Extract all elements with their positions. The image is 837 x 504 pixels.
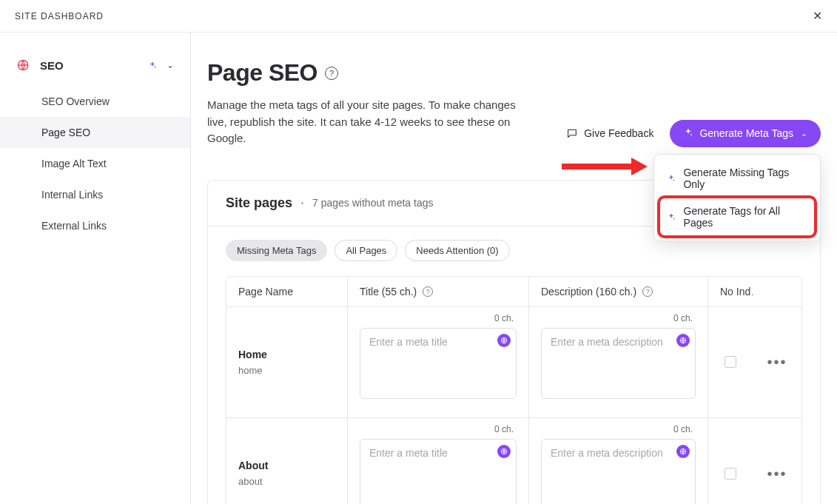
sidebar-item-seo-overview[interactable]: SEO Overview (0, 86, 190, 117)
help-icon[interactable]: ? (325, 67, 338, 80)
topbar: SITE DASHBOARD ✕ (0, 0, 837, 33)
language-icon[interactable] (497, 445, 511, 458)
pages-table: Page Name Title (55 ch.) ? Description (… (226, 276, 802, 505)
sparkle-icon (683, 127, 693, 140)
globe-icon (16, 58, 31, 73)
main: Page SEO ? Manage the meta tags of all y… (191, 33, 837, 504)
page-display-name: Home (238, 349, 335, 360)
close-icon[interactable]: ✕ (813, 10, 822, 22)
td-meta-title: 0 ch. (348, 307, 529, 417)
th-description-label: Description (160 ch.) (541, 286, 636, 298)
language-icon[interactable] (497, 334, 511, 347)
th-actions (753, 277, 801, 306)
dropdown-item-generate-missing[interactable]: Generate Missing Tags Only (654, 159, 820, 198)
chip-all-pages[interactable]: All Pages (335, 240, 397, 261)
table-row: Home home 0 ch. (226, 307, 801, 418)
meta-description-input[interactable] (541, 328, 696, 399)
give-feedback-label: Give Feedback (584, 127, 653, 139)
page-slug: about (238, 476, 335, 487)
table-row: About about 0 ch. (226, 418, 801, 505)
noindex-checkbox[interactable] (725, 468, 736, 480)
sidebar: SEO ⌄ SEO Overview Page SEO Image Alt Te… (0, 33, 191, 504)
dropdown-item-generate-all[interactable]: Generate Tags for All Pages (654, 198, 820, 236)
help-icon[interactable]: ? (423, 286, 433, 297)
th-description: Description (160 ch.) ? (529, 277, 708, 306)
td-actions: ••• (753, 307, 801, 417)
dashboard-title: SITE DASHBOARD (15, 11, 104, 21)
language-icon[interactable] (676, 334, 690, 347)
sparkle-icon (666, 212, 676, 222)
table-header: Page Name Title (55 ch.) ? Description (… (226, 277, 801, 307)
separator-dot (301, 202, 303, 204)
td-actions: ••• (753, 418, 801, 505)
noindex-checkbox[interactable] (725, 356, 736, 368)
sidebar-item-internal-links[interactable]: Internal Links (0, 179, 190, 210)
panel-subtitle: 7 pages without meta tags (312, 197, 433, 209)
page-display-name: About (238, 460, 335, 471)
char-count: 0 ch. (360, 424, 517, 434)
chevron-down-icon: ⌄ (801, 129, 807, 138)
td-page-name: About about (226, 418, 348, 505)
th-page-name: Page Name (226, 277, 348, 306)
give-feedback-button[interactable]: Give Feedback (566, 127, 653, 139)
arrow-annotation (559, 155, 648, 178)
chat-icon (566, 127, 578, 139)
td-meta-description: 0 ch. (529, 418, 708, 505)
meta-description-input[interactable] (541, 439, 696, 505)
chip-missing-meta-tags[interactable]: Missing Meta Tags (226, 240, 327, 261)
sidebar-item-external-links[interactable]: External Links (0, 210, 190, 241)
td-meta-title: 0 ch. (348, 418, 529, 505)
sparkle-icon (147, 60, 158, 70)
more-actions-icon[interactable]: ••• (767, 466, 787, 481)
th-title: Title (55 ch.) ? (348, 277, 529, 306)
generate-meta-tags-button[interactable]: Generate Meta Tags ⌄ (670, 120, 821, 147)
help-icon[interactable]: ? (642, 286, 653, 297)
page-subtitle: Manage the meta tags of all your site pa… (207, 97, 533, 147)
td-meta-description: 0 ch. (529, 307, 708, 417)
language-icon[interactable] (676, 445, 690, 458)
chevron-down-icon: ⌄ (167, 60, 174, 70)
meta-title-input[interactable] (360, 439, 517, 505)
generate-dropdown: Generate Missing Tags Only Generate Tags… (653, 154, 821, 241)
page-title: Page SEO (207, 59, 317, 87)
page-slug: home (238, 365, 335, 376)
panel-title: Site pages (226, 195, 292, 211)
char-count: 0 ch. (541, 424, 696, 434)
page-actions: Give Feedback Generate Meta Tags ⌄ Gener… (566, 120, 821, 147)
th-title-label: Title (55 ch.) (360, 286, 417, 298)
meta-title-input[interactable] (360, 328, 517, 399)
svg-marker-2 (631, 158, 648, 175)
dropdown-item-label: Generate Tags for All Pages (684, 205, 808, 229)
sparkle-icon (666, 173, 676, 184)
sidebar-item-page-seo[interactable]: Page SEO (0, 117, 190, 148)
td-page-name: Home home (226, 307, 348, 417)
th-noindex: No Ind… (708, 277, 753, 306)
char-count: 0 ch. (360, 313, 517, 323)
sidebar-item-image-alt-text[interactable]: Image Alt Text (0, 148, 190, 179)
generate-meta-tags-label: Generate Meta Tags (699, 127, 793, 139)
chip-needs-attention[interactable]: Needs Attention (0) (405, 240, 509, 261)
td-noindex (708, 418, 753, 505)
sidebar-nav: SEO Overview Page SEO Image Alt Text Int… (0, 86, 190, 241)
more-actions-icon[interactable]: ••• (767, 355, 787, 369)
td-noindex (708, 307, 753, 417)
sidebar-section-label: SEO (40, 59, 138, 72)
char-count: 0 ch. (541, 313, 696, 323)
sidebar-section-seo[interactable]: SEO ⌄ (0, 53, 190, 86)
dropdown-item-label: Generate Missing Tags Only (683, 167, 808, 190)
